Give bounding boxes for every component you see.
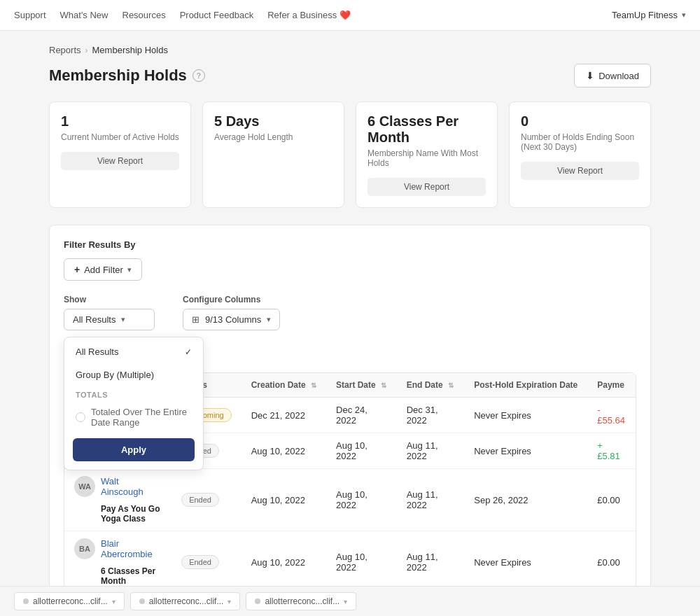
nav-product-feedback[interactable]: Product Feedback xyxy=(180,10,254,20)
bottom-tabs: allotterreconc...clif... ▾ allotterrecon… xyxy=(0,586,700,616)
checkmark-icon: ✓ xyxy=(185,347,192,357)
bottom-tab-2-label: allotterreconc...clif... xyxy=(149,596,224,606)
col-creation[interactable]: Creation Date ⇅ xyxy=(241,373,326,398)
dropdown-option-all[interactable]: All Results ✓ xyxy=(64,340,203,363)
payment-cell: + £5.81 xyxy=(587,433,636,469)
end-date-cell: Dec 31, 2022 xyxy=(397,398,465,433)
col-expiration: Post-Hold Expiration Date xyxy=(464,373,587,398)
account-menu[interactable]: TeamUp Fitness ▾ xyxy=(612,10,686,20)
nav-support[interactable]: Support xyxy=(14,10,46,20)
breadcrumb: Reports › Membership Holds xyxy=(49,45,651,55)
sort-creation-icon[interactable]: ⇅ xyxy=(311,382,316,389)
stat-value-length: 5 Days xyxy=(214,113,332,130)
view-report-most[interactable]: View Report xyxy=(368,178,486,196)
nav-whats-new[interactable]: What's New xyxy=(60,10,108,20)
sort-end-icon[interactable]: ⇅ xyxy=(448,382,454,389)
show-dropdown: All Results ✓ Group By (Multiple) Totals… xyxy=(64,337,204,470)
page-title-text: Membership Holds xyxy=(49,66,187,85)
chevron-down-icon: ▾ xyxy=(682,10,686,20)
columns-select[interactable]: ⊞ 9/13 Columns ▾ xyxy=(183,309,280,330)
bottom-tab-1[interactable]: allotterreconc...clif... ▾ xyxy=(14,592,125,610)
show-select[interactable]: All Results ▾ xyxy=(64,309,155,330)
nav-resources[interactable]: Resources xyxy=(122,10,166,20)
membership-name: 6 Classes Per Month xyxy=(101,566,162,586)
expiration-cell: Sep 26, 2022 xyxy=(464,469,587,531)
show-selected-value: All Results xyxy=(73,314,115,325)
bottom-tab-2-chevron: ▾ xyxy=(227,598,231,606)
avatar-cell: WAWalt AinscoughPay As You Go Yoga Class xyxy=(74,476,162,524)
view-report-active[interactable]: View Report xyxy=(61,152,179,170)
stat-value-active: 1 xyxy=(61,113,179,130)
col-payment: Payme xyxy=(587,373,636,398)
page-header: Membership Holds ? ⬇ Download xyxy=(49,64,651,88)
member-cell: WAWalt AinscoughPay As You Go Yoga Class xyxy=(64,469,172,531)
dropdown-totals-option-label: Totaled Over The Entire Date Range xyxy=(91,407,192,428)
payment-cell: - £55.64 xyxy=(587,398,636,433)
columns-label: Configure Columns xyxy=(183,295,280,304)
member-name[interactable]: Walt Ainscough xyxy=(101,476,162,497)
avatar: BA xyxy=(74,538,95,559)
col-end[interactable]: End Date ⇅ xyxy=(397,373,465,398)
filter-section: Filter Results By + Add Filter ▾ Show Al… xyxy=(49,225,651,616)
table-row: BABlair Abercrombie6 Classes Per MonthEn… xyxy=(64,531,636,594)
start-date-cell: Dec 24, 2022 xyxy=(326,398,397,433)
stat-card-active-holds: 1 Current Number of Active Holds View Re… xyxy=(49,102,191,208)
member-cell: BABlair Abercrombie6 Classes Per Month xyxy=(64,531,172,594)
apply-button[interactable]: Apply xyxy=(73,438,195,461)
add-filter-button[interactable]: + Add Filter ▾ xyxy=(64,258,142,281)
sort-start-icon[interactable]: ⇅ xyxy=(381,382,386,389)
stats-row: 1 Current Number of Active Holds View Re… xyxy=(49,102,651,208)
columns-chevron: ▾ xyxy=(267,315,271,324)
breadcrumb-parent[interactable]: Reports xyxy=(49,45,81,55)
controls-row: Show All Results ▾ All Results ✓ Group B… xyxy=(64,295,636,330)
expiration-cell: Never Expires xyxy=(464,433,587,469)
columns-value: 9/13 Columns xyxy=(205,314,261,325)
stat-label-length: Average Hold Length xyxy=(214,132,332,142)
avatar-cell: BABlair Abercrombie6 Classes Per Month xyxy=(74,538,162,586)
stat-card-hold-length: 5 Days Average Hold Length xyxy=(202,102,344,208)
download-button[interactable]: ⬇ Download xyxy=(574,64,651,88)
columns-control-group: Configure Columns ⊞ 9/13 Columns ▾ xyxy=(183,295,280,330)
table-row: WAWalt AinscoughPay As You Go Yoga Class… xyxy=(64,469,636,531)
dot-icon-3 xyxy=(255,598,260,604)
show-control-group: Show All Results ▾ All Results ✓ Group B… xyxy=(64,295,155,330)
add-filter-label: Add Filter xyxy=(84,265,123,275)
info-icon[interactable]: ? xyxy=(192,69,205,82)
view-report-ending[interactable]: View Report xyxy=(521,162,639,180)
end-date-cell: Aug 11, 2022 xyxy=(397,531,465,594)
stat-label-active: Current Number of Active Holds xyxy=(61,132,179,142)
bottom-tab-1-chevron: ▾ xyxy=(112,598,115,606)
show-label: Show xyxy=(64,295,155,304)
plus-icon: + xyxy=(74,264,80,275)
nav-links: Support What's New Resources Product Fee… xyxy=(14,10,351,20)
filter-title: Filter Results By xyxy=(64,239,636,250)
bottom-tab-2[interactable]: allotterreconc...clif... ▾ xyxy=(130,592,241,610)
start-date-cell: Aug 10, 2022 xyxy=(326,531,397,594)
nav-refer[interactable]: Refer a Business ❤️ xyxy=(267,10,351,20)
stat-card-ending-soon: 0 Number of Holds Ending Soon (Next 30 D… xyxy=(509,102,651,208)
end-date-cell: Aug 11, 2022 xyxy=(397,469,465,531)
bottom-tab-3[interactable]: allotterreconc...clif... ▾ xyxy=(246,592,356,610)
dropdown-totals-option[interactable]: Totaled Over The Entire Date Range xyxy=(64,402,203,433)
creation-date-cell: Aug 10, 2022 xyxy=(241,469,326,531)
stat-value-most: 6 Classes Per Month xyxy=(368,113,486,146)
heart-icon: ❤️ xyxy=(340,10,351,20)
dot-icon-2 xyxy=(139,598,145,604)
creation-date-cell: Dec 21, 2022 xyxy=(241,398,326,433)
account-name: TeamUp Fitness xyxy=(612,10,678,20)
stat-label-most: Membership Name With Most Holds xyxy=(368,148,486,168)
bottom-tab-3-chevron: ▾ xyxy=(344,598,347,606)
columns-icon: ⊞ xyxy=(192,314,200,325)
creation-date-cell: Aug 10, 2022 xyxy=(241,433,326,469)
member-name[interactable]: Blair Abercrombie xyxy=(101,538,162,559)
start-date-cell: Aug 10, 2022 xyxy=(326,469,397,531)
avatar: WA xyxy=(74,476,95,497)
stat-label-ending: Number of Holds Ending Soon (Next 30 Day… xyxy=(521,132,639,152)
stat-value-ending: 0 xyxy=(521,113,639,130)
dropdown-totals-label: Totals xyxy=(64,386,203,402)
dropdown-option-group[interactable]: Group By (Multiple) xyxy=(64,363,203,386)
payment-cell: £0.00 xyxy=(587,469,636,531)
col-start[interactable]: Start Date ⇅ xyxy=(326,373,397,398)
creation-date-cell: Aug 10, 2022 xyxy=(241,531,326,594)
stat-card-most-holds: 6 Classes Per Month Membership Name With… xyxy=(356,102,498,208)
